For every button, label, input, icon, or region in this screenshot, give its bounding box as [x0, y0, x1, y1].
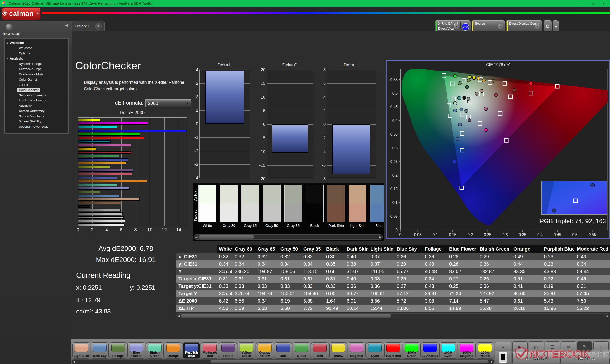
- table-scrollbar[interactable]: ◀ ▶: [176, 313, 610, 318]
- sidebar-item-label: Screen Stability: [19, 120, 41, 123]
- sidebar-item-screen-uniformity[interactable]: Screen Uniformity: [4, 108, 68, 113]
- sidebar-item-saturation-sweeps[interactable]: Saturation Sweeps: [4, 92, 68, 98]
- logo-dropdown-icon[interactable]: ▼: [36, 11, 40, 16]
- patch-button-100-red[interactable]: 100% Red: [384, 342, 402, 359]
- table-row: x: CIE310.320.320.320.320.320.300.400.37…: [176, 253, 610, 260]
- patch-button-magenta[interactable]: Magenta: [348, 342, 365, 359]
- scroll-left-icon[interactable]: ◀: [177, 314, 181, 318]
- de-formula-select[interactable]: 2000 ▼: [145, 99, 191, 107]
- patch-button-purple[interactable]: Purple: [219, 342, 237, 359]
- scrollbar-thumb[interactable]: [210, 360, 489, 363]
- scroll-right-icon[interactable]: ▶: [490, 360, 494, 364]
- expand-triangle-icon[interactable]: ◢: [6, 42, 8, 44]
- cell: 5.33: [255, 305, 278, 312]
- patch-button-100-magenta[interactable]: 100% Magenta: [458, 342, 476, 359]
- patch-button-blue-flower[interactable]: Blue Flower: [128, 342, 145, 359]
- toolbar-icon-2[interactable]: ☰: [545, 341, 560, 352]
- patch-button-red[interactable]: Red: [311, 342, 329, 359]
- calman-menu-button[interactable]: calman ▼: [2, 7, 40, 20]
- measurement-marker: [480, 89, 483, 93]
- sidebar-item-welcome[interactable]: ◢Welcome: [4, 40, 68, 45]
- gridline: [200, 164, 250, 165]
- sidebar-item-color-gamut[interactable]: Color Gamut: [4, 77, 68, 82]
- patch-label: Light Skin: [73, 354, 90, 358]
- workflow-orb-button[interactable]: [6, 24, 13, 31]
- patch-button-yellow[interactable]: Yellow: [329, 342, 347, 359]
- close-icon[interactable]: ×: [598, 1, 609, 5]
- scroll-left-icon[interactable]: ◀: [194, 235, 198, 239]
- delta-bar: [272, 124, 308, 153]
- bar-magenta: [78, 144, 131, 146]
- sidebar-item-grayscale-multi[interactable]: Grayscale - Multi: [4, 71, 68, 77]
- patch-scrollbar[interactable]: ◀ ▶: [71, 360, 494, 364]
- toolbar-icon-4[interactable]: ↻: [577, 341, 592, 352]
- sidebar-item-label: Grayscale - 2pt: [19, 67, 41, 71]
- measurement-marker: [456, 137, 459, 141]
- next-button[interactable]: Next »: [560, 352, 610, 364]
- bar-orange: [78, 180, 147, 182]
- back-button[interactable]: « Back: [512, 352, 560, 364]
- minimize-icon[interactable]: –: [579, 1, 589, 5]
- sidebar-item-spectral-power-dist[interactable]: Spectral Power Dist.: [4, 124, 68, 129]
- patch-color: [368, 344, 382, 352]
- patch-button-light-skin[interactable]: Light Skin: [72, 342, 90, 359]
- patch-button-orange[interactable]: Orange: [164, 342, 182, 359]
- cell: 0.44: [511, 260, 542, 268]
- add-tab-button[interactable]: +: [92, 21, 104, 31]
- maximize-icon[interactable]: □: [589, 1, 598, 5]
- patch-button-100-cyan[interactable]: 100% Cyan: [439, 342, 457, 359]
- patch-button-purplish-blue[interactable]: Purplish Blue: [182, 342, 200, 359]
- sidebar-item-options[interactable]: Options: [4, 51, 68, 56]
- measurement-marker: [468, 75, 472, 78]
- patch-button-blue-sky[interactable]: Blue Sky: [91, 342, 109, 359]
- sidebar-item-welcome[interactable]: Welcome: [4, 45, 68, 51]
- patch-button-blue[interactable]: Blue: [274, 342, 292, 359]
- cie-1976-panel[interactable]: CIE 1976 u'v' 00.050.10.150.20.250.30.35…: [387, 60, 610, 239]
- pattern-up-button[interactable]: ▲: [495, 342, 511, 351]
- scrollbar-thumb[interactable]: [199, 235, 254, 239]
- toolbar-icon-0[interactable]: ▶: [512, 341, 528, 352]
- sidebar-item-colorchecker[interactable]: ColorChecker: [4, 87, 68, 92]
- chevron-down-icon[interactable]: ▼: [454, 24, 459, 29]
- swatch-scrollbar[interactable]: ◀ ▶: [194, 234, 383, 240]
- scrollbar-thumb[interactable]: [181, 314, 391, 318]
- pattern-window-button[interactable]: [495, 351, 511, 364]
- toolbar-icon-5[interactable]: ◦: [593, 341, 609, 352]
- sidebar-item-luminance-sweeps[interactable]: Luminance Sweeps: [4, 98, 68, 103]
- scroll-left-icon[interactable]: ◀: [72, 360, 76, 364]
- swatch-light-skin: [349, 185, 366, 222]
- patch-button-bluish-green[interactable]: Bluish Green: [146, 342, 164, 359]
- patch-button-foliage[interactable]: Foliage: [109, 342, 127, 359]
- patch-button-orange-yellow[interactable]: Orange Yellow: [256, 342, 274, 359]
- axis-tick-label: 0: [257, 122, 265, 127]
- patch-color: [331, 344, 345, 352]
- chevron-down-icon[interactable]: ▼: [535, 24, 540, 29]
- patch-button-100-blue[interactable]: 100% Blue: [421, 342, 439, 359]
- scroll-right-icon[interactable]: ▶: [606, 314, 610, 318]
- toolbar-icon-3[interactable]: ∞: [561, 341, 576, 352]
- patch-button-100-yellow[interactable]: 100% Yellow: [476, 342, 494, 359]
- collapse-panel-button[interactable]: ◀: [552, 20, 559, 32]
- expand-triangle-icon[interactable]: ◢: [6, 57, 8, 60]
- patch-button-yellow-green[interactable]: Yellow Green: [238, 342, 255, 359]
- patch-button-green[interactable]: Green: [293, 342, 311, 359]
- chevron-down-icon[interactable]: ▼: [498, 24, 503, 29]
- settings-button[interactable]: ⚙: [543, 20, 552, 32]
- sidebar-item-3d-lut[interactable]: 3D LUT: [4, 82, 68, 87]
- sidebar-collapse-icon[interactable]: ◀: [65, 23, 68, 27]
- sidebar-item-additivity[interactable]: Additivity: [4, 103, 68, 108]
- patch-button-moderate-red[interactable]: Moderate Red: [201, 342, 219, 359]
- sidebar-item-screen-angularity[interactable]: Screen Angularity: [4, 113, 68, 119]
- column-header-moderate-red: Moderate Red: [575, 245, 610, 253]
- next-label: Next: [574, 354, 589, 362]
- patch-button-100-green[interactable]: 100% Green: [403, 342, 421, 359]
- sidebar-item-dynamic-range[interactable]: Dynamic Range: [4, 61, 68, 66]
- tab-history-1[interactable]: History 1: [72, 21, 93, 31]
- sidebar-item-analysis[interactable]: ◢Analysis: [4, 56, 68, 61]
- sidebar-item-screen-stability[interactable]: Screen Stability: [4, 119, 68, 124]
- patch-button-cyan[interactable]: Cyan: [366, 342, 384, 359]
- sidebar-item-grayscale-2pt[interactable]: Grayscale - 2pt: [4, 66, 68, 71]
- scroll-right-icon[interactable]: ▶: [378, 235, 382, 239]
- toolbar-icon-1[interactable]: ▷: [529, 341, 544, 352]
- patch-color: [295, 344, 308, 352]
